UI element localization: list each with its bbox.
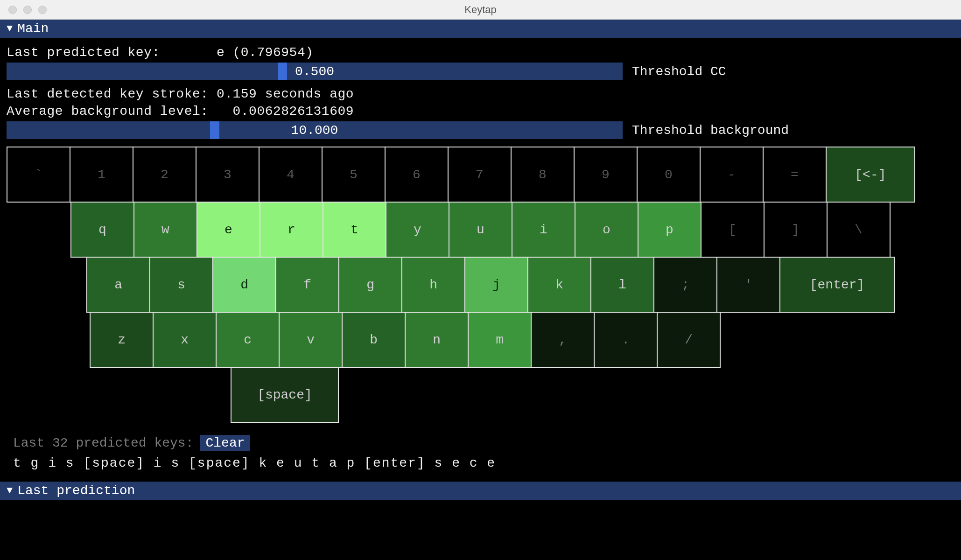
history-label: Last 32 predicted keys: bbox=[13, 436, 193, 450]
key-7[interactable]: 7 bbox=[448, 147, 512, 203]
key-[interactable]: ' bbox=[716, 257, 780, 313]
key-w[interactable]: w bbox=[133, 202, 197, 258]
key-p[interactable]: p bbox=[638, 202, 701, 258]
key-y[interactable]: y bbox=[386, 202, 449, 258]
window-titlebar: Keytap bbox=[0, 0, 961, 20]
key-j[interactable]: j bbox=[464, 257, 528, 313]
key-a[interactable]: a bbox=[86, 257, 150, 313]
keyboard-row: `1234567890-=[<-] bbox=[7, 147, 954, 203]
last-detected-label: Last detected key stroke: bbox=[7, 87, 209, 101]
key-[interactable]: [ bbox=[701, 202, 765, 258]
last-predicted-key-line: Last predicted key: e (0.796954) bbox=[7, 45, 954, 60]
last-detected-line: Last detected key stroke: 0.159 seconds … bbox=[7, 87, 954, 101]
key-enter[interactable]: [enter] bbox=[779, 257, 895, 313]
key-c[interactable]: c bbox=[216, 312, 280, 368]
threshold-cc-value: 0.500 bbox=[295, 64, 334, 79]
key-e[interactable]: e bbox=[196, 202, 260, 258]
key-b[interactable]: b bbox=[342, 312, 406, 368]
key-x[interactable]: x bbox=[153, 312, 217, 368]
key-t[interactable]: t bbox=[323, 202, 386, 258]
threshold-cc-slider[interactable]: 0.500 bbox=[7, 63, 623, 80]
key-r[interactable]: r bbox=[260, 202, 323, 258]
key-[interactable]: - bbox=[700, 147, 764, 203]
key-m[interactable]: m bbox=[468, 312, 532, 368]
key-[interactable]: = bbox=[763, 147, 827, 203]
threshold-cc-thumb[interactable] bbox=[278, 63, 287, 80]
keyboard-row: [space] bbox=[231, 367, 955, 423]
threshold-cc-row: 0.500 Threshold CC bbox=[7, 63, 954, 80]
key-4[interactable]: 4 bbox=[259, 147, 323, 203]
key-6[interactable]: 6 bbox=[385, 147, 449, 203]
key-space[interactable]: [space] bbox=[231, 367, 339, 423]
avg-bg-label: Average background level: bbox=[7, 104, 209, 119]
last-predicted-key-value: e (0.796954) bbox=[217, 45, 314, 60]
key-q[interactable]: q bbox=[70, 202, 134, 258]
key-i[interactable]: i bbox=[512, 202, 575, 258]
last-predicted-key-label: Last predicted key: bbox=[7, 45, 160, 60]
keyboard-row: zxcvbnm,./ bbox=[90, 312, 954, 368]
avg-bg-value: 0.0062826131609 bbox=[233, 104, 354, 119]
keyboard-row: qwertyuiop[]\ bbox=[70, 202, 954, 258]
virtual-keyboard: `1234567890-=[<-]qwertyuiop[]\asdfghjkl;… bbox=[7, 147, 954, 423]
key-8[interactable]: 8 bbox=[511, 147, 575, 203]
key-[interactable]: [<-] bbox=[826, 147, 915, 203]
key-[interactable]: ; bbox=[653, 257, 717, 313]
threshold-bg-thumb[interactable] bbox=[210, 121, 219, 139]
key-[interactable]: ] bbox=[764, 202, 828, 258]
key-k[interactable]: k bbox=[527, 257, 591, 313]
key-5[interactable]: 5 bbox=[322, 147, 386, 203]
key-2[interactable]: 2 bbox=[133, 147, 196, 203]
window-title: Keytap bbox=[0, 4, 961, 16]
key-[interactable]: \ bbox=[827, 202, 891, 258]
key-1[interactable]: 1 bbox=[70, 147, 133, 203]
key-h[interactable]: h bbox=[401, 257, 465, 313]
threshold-bg-value: 10.000 bbox=[291, 123, 338, 138]
threshold-bg-slider[interactable]: 10.000 bbox=[7, 121, 623, 139]
key-[interactable]: ` bbox=[7, 147, 70, 203]
threshold-cc-label: Threshold CC bbox=[632, 64, 726, 79]
key-[interactable]: / bbox=[657, 312, 721, 368]
key-f[interactable]: f bbox=[275, 257, 339, 313]
last-detected-value: 0.159 seconds ago bbox=[217, 87, 354, 101]
key-[interactable]: , bbox=[531, 312, 595, 368]
key-v[interactable]: v bbox=[279, 312, 343, 368]
key-z[interactable]: z bbox=[90, 312, 154, 368]
threshold-bg-label: Threshold background bbox=[632, 123, 789, 138]
chevron-down-icon: ▼ bbox=[7, 485, 13, 497]
key-9[interactable]: 9 bbox=[574, 147, 638, 203]
history-text: t g i s [space] i s [space] k e u t a p … bbox=[13, 456, 948, 470]
clear-button[interactable]: Clear bbox=[200, 435, 250, 451]
key-[interactable]: . bbox=[594, 312, 658, 368]
threshold-bg-row: 10.000 Threshold background bbox=[7, 121, 954, 139]
last-prediction-section-header[interactable]: ▼ Last prediction bbox=[0, 482, 961, 500]
key-l[interactable]: l bbox=[590, 257, 654, 313]
last-prediction-title: Last prediction bbox=[17, 483, 135, 498]
key-s[interactable]: s bbox=[149, 257, 213, 313]
main-section-content: Last predicted key: e (0.796954) 0.500 T… bbox=[0, 38, 961, 476]
key-0[interactable]: 0 bbox=[637, 147, 701, 203]
key-g[interactable]: g bbox=[338, 257, 402, 313]
key-d[interactable]: d bbox=[212, 257, 276, 313]
key-u[interactable]: u bbox=[449, 202, 512, 258]
key-n[interactable]: n bbox=[405, 312, 469, 368]
keyboard-row: asdfghjkl;'[enter] bbox=[86, 257, 954, 313]
history-footer: Last 32 predicted keys: Clear t g i s [s… bbox=[7, 423, 954, 474]
main-section-header[interactable]: ▼ Main bbox=[0, 20, 961, 38]
main-section-title: Main bbox=[17, 21, 49, 36]
key-3[interactable]: 3 bbox=[196, 147, 260, 203]
avg-bg-line: Average background level: 0.006282613160… bbox=[7, 104, 954, 119]
app-body: ▼ Main Last predicted key: e (0.796954) … bbox=[0, 20, 961, 560]
chevron-down-icon: ▼ bbox=[7, 23, 13, 35]
key-o[interactable]: o bbox=[575, 202, 638, 258]
